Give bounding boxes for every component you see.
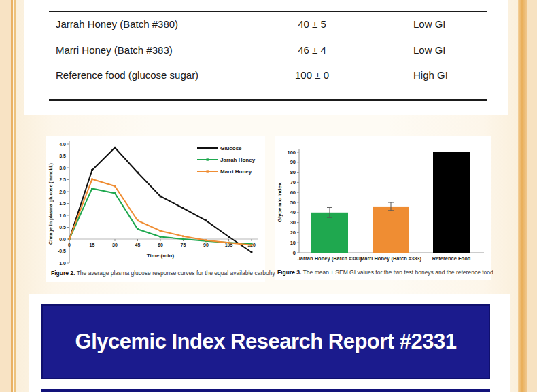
left-peach-border <box>0 0 11 392</box>
legend-label: Glucose <box>220 145 242 152</box>
figure3-caption: Figure 3. The mean ± SEM GI values for t… <box>277 269 489 276</box>
svg-text:30: 30 <box>112 243 118 247</box>
banner-panel: Glycemic Index Research Report #2331 <box>29 294 510 392</box>
y-axis-title: Change in plasma glucose (mmol/L) <box>48 163 54 245</box>
svg-text:0.5: 0.5 <box>59 225 66 230</box>
svg-text:90: 90 <box>290 159 296 165</box>
svg-text:1.0: 1.0 <box>59 213 66 218</box>
y-axis-title: Glycemic Index <box>277 182 283 222</box>
svg-text:80: 80 <box>290 169 296 175</box>
figure2-caption: Figure 2. The average plasma glucose res… <box>51 270 262 277</box>
svg-text:20: 20 <box>290 230 296 236</box>
figure2-caption-text: The average plasma glucose response curv… <box>75 270 288 277</box>
report-title-banner: Glycemic Index Research Report #2331 <box>41 304 490 379</box>
bar-2 <box>373 207 409 253</box>
svg-text:0: 0 <box>293 250 296 256</box>
svg-text:70: 70 <box>290 179 296 185</box>
category-label: Reference Food <box>432 255 471 262</box>
legend-marker <box>207 170 209 172</box>
figure3-label: Figure 3. <box>277 269 301 276</box>
gi-classification: Low GI <box>413 18 446 30</box>
category-label: Marri Honey (Batch #383) <box>360 255 422 262</box>
svg-text:3.0: 3.0 <box>59 166 66 171</box>
left-orange-line-2 <box>14 0 16 392</box>
svg-text:40: 40 <box>290 209 296 215</box>
figure2-label: Figure 2. <box>51 270 75 277</box>
gi-value: 46 ± 4 <box>275 44 349 56</box>
svg-text:-1.0: -1.0 <box>58 261 66 266</box>
bar-1 <box>311 213 348 253</box>
svg-text:50: 50 <box>290 200 296 206</box>
report-title: Glycemic Index Research Report #2331 <box>75 329 457 354</box>
gi-value: 40 ± 5 <box>275 18 349 30</box>
bar-3 <box>433 152 470 253</box>
report-page: Jarrah Honey (Batch #380) 40 ± 5 Low GI … <box>0 0 537 392</box>
category-label: Jarrah Honey (Batch #380) <box>298 255 362 262</box>
svg-text:60: 60 <box>158 243 163 247</box>
gi-classification: Low GI <box>413 44 446 56</box>
svg-text:90: 90 <box>203 243 209 247</box>
legend-label: Jarrah Honey <box>220 157 256 163</box>
svg-text:15: 15 <box>90 243 95 247</box>
table-row: Jarrah Honey (Batch #380) 40 ± 5 Low GI <box>24 18 508 32</box>
legend-label: Marri Honey <box>220 168 252 175</box>
svg-text:0.0: 0.0 <box>59 237 66 242</box>
svg-text:2.5: 2.5 <box>59 177 66 182</box>
food-name: Marri Honey (Batch #383) <box>56 44 173 56</box>
food-name: Reference food (glucose sugar) <box>56 69 198 81</box>
table-row: Reference food (glucose sugar) 100 ± 0 H… <box>24 69 508 83</box>
next-banner-edge <box>41 389 490 392</box>
figure3-panel: 0102030405060708090100Glycemic IndexJarr… <box>275 136 491 280</box>
svg-text:1.5: 1.5 <box>59 201 66 206</box>
svg-text:10: 10 <box>290 240 296 246</box>
gi-classification: High GI <box>413 69 448 81</box>
figure2-line-chart: -1.0-0.50.00.51.01.52.02.53.03.54.001530… <box>46 136 265 272</box>
svg-text:45: 45 <box>135 243 141 247</box>
svg-text:-0.5: -0.5 <box>58 249 66 253</box>
figure2-panel: -1.0-0.50.00.51.01.52.02.53.03.54.001530… <box>46 136 265 282</box>
svg-text:4.0: 4.0 <box>59 142 66 147</box>
legend-marker <box>207 147 209 149</box>
svg-text:3.5: 3.5 <box>59 154 66 158</box>
svg-text:75: 75 <box>181 243 186 247</box>
table-bottom-rule <box>49 99 487 101</box>
x-axis-title: Time (min) <box>147 253 175 259</box>
figure3-caption-text: The mean ± SEM GI values for the two tes… <box>301 269 495 276</box>
svg-text:2.0: 2.0 <box>59 190 66 194</box>
right-peach-border <box>527 0 537 392</box>
table-top-rule <box>49 11 487 12</box>
svg-text:0: 0 <box>68 243 71 247</box>
right-orange-line <box>518 0 527 392</box>
figure3-bar-chart: 0102030405060708090100Glycemic IndexJarr… <box>275 136 491 272</box>
gi-results-table: Jarrah Honey (Batch #380) 40 ± 5 Low GI … <box>24 0 508 115</box>
legend-marker <box>207 158 209 160</box>
gi-value: 100 ± 0 <box>275 69 349 81</box>
svg-text:30: 30 <box>290 219 296 226</box>
svg-text:100: 100 <box>287 149 296 156</box>
svg-text:60: 60 <box>290 190 296 196</box>
table-row: Marri Honey (Batch #383) 46 ± 4 Low GI <box>24 44 508 58</box>
food-name: Jarrah Honey (Batch #380) <box>56 18 178 30</box>
